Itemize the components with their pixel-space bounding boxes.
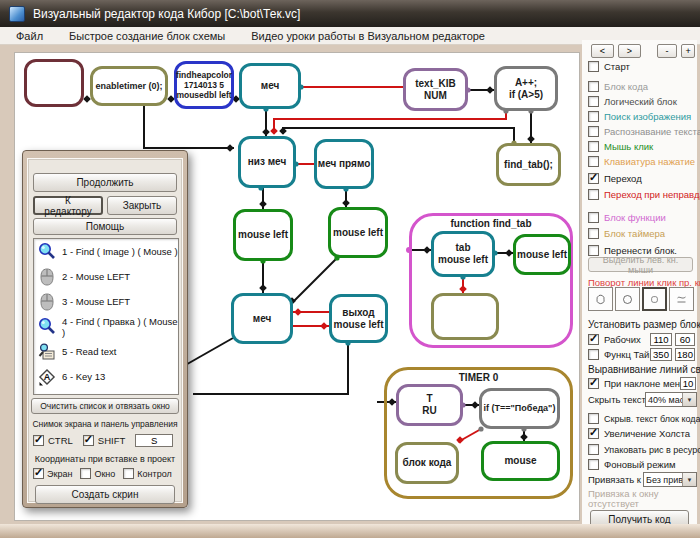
continue-button[interactable]: Продолжить bbox=[33, 173, 177, 192]
workers-checkbox[interactable] bbox=[588, 334, 599, 345]
line-style-button[interactable] bbox=[669, 287, 694, 311]
checkbox[interactable] bbox=[588, 173, 599, 184]
clear-list-button[interactable]: Очистить список и отвязать окно bbox=[31, 398, 179, 414]
coords-row: Экран Окно Контрол bbox=[33, 468, 172, 479]
hide-text-dropdown[interactable]: 40% масш bbox=[645, 392, 697, 407]
block-start[interactable] bbox=[24, 59, 84, 107]
hotkey-row: CTRL SHIFT bbox=[33, 434, 173, 447]
slope-input[interactable] bbox=[680, 377, 696, 390]
block-mouse[interactable]: mouse bbox=[481, 441, 560, 481]
chevron-down-icon[interactable] bbox=[682, 473, 696, 486]
option-image-search[interactable]: Поиск изображения bbox=[588, 110, 691, 123]
checkbox[interactable] bbox=[588, 189, 599, 200]
menu-video-lessons[interactable]: Видео уроки работы в Визуальном редактор… bbox=[251, 30, 485, 42]
shape-circle-button[interactable] bbox=[615, 287, 640, 311]
make-screenshot-button[interactable]: Создать скрин bbox=[35, 485, 175, 504]
checkbox[interactable] bbox=[588, 459, 599, 470]
curve-line-icon bbox=[676, 290, 687, 309]
block-tab-mouse-left[interactable]: tab mouse left bbox=[431, 231, 495, 277]
control-panel-window[interactable]: Продолжить К редактору Закрыть Помощь 1 … bbox=[22, 150, 188, 508]
checkbox[interactable] bbox=[588, 228, 599, 239]
hotkey-input[interactable] bbox=[135, 434, 173, 447]
zoom-canvas-option[interactable]: Увеличение Холста bbox=[588, 427, 690, 440]
option-timer-block[interactable]: Блок таймера bbox=[588, 227, 665, 240]
checkbox[interactable] bbox=[588, 212, 599, 223]
menu-quick-create[interactable]: Быстрое создание блок схемы bbox=[69, 30, 225, 42]
block-niz-mech[interactable]: низ меч bbox=[238, 136, 296, 188]
background-mode-option[interactable]: Фоновый режим bbox=[588, 458, 676, 471]
slope-checkbox[interactable] bbox=[588, 378, 599, 389]
block-mech-pryamo[interactable]: меч прямо bbox=[314, 139, 374, 189]
block-mech-top[interactable]: меч bbox=[239, 63, 301, 109]
screen-label: Экран bbox=[47, 469, 72, 479]
block-enabletimer[interactable]: enabletimer (0); bbox=[90, 66, 168, 106]
checkbox[interactable] bbox=[588, 126, 599, 137]
block-findheapcolor[interactable]: findheapcolor 1714013 5 mousedbl left bbox=[174, 61, 234, 109]
nav-prev-button[interactable]: < bbox=[591, 44, 614, 58]
checkbox[interactable] bbox=[588, 428, 599, 439]
list-item[interactable]: 3 - Mouse LEFT bbox=[34, 289, 178, 314]
list-item[interactable]: 4 - Find ( Правка ) ( Mouse ) bbox=[34, 314, 178, 339]
magnifier-icon bbox=[37, 242, 57, 262]
block-blok-koda[interactable]: блок кода bbox=[395, 442, 459, 484]
zoom-out-button[interactable]: - bbox=[657, 44, 677, 58]
shape-rounded-rect-button[interactable] bbox=[642, 287, 667, 311]
block-mouse-left-3[interactable]: mouse left bbox=[513, 234, 571, 275]
block-fn-empty[interactable] bbox=[431, 293, 499, 340]
workers-width-input[interactable] bbox=[650, 333, 672, 346]
window-checkbox[interactable] bbox=[80, 468, 91, 479]
pack-resource-option[interactable]: Упаковать рис в ресурс bbox=[588, 443, 700, 456]
list-item[interactable]: 5 - Read text bbox=[34, 339, 178, 364]
control-checkbox[interactable] bbox=[123, 468, 134, 479]
workers-height-input[interactable] bbox=[675, 333, 695, 346]
titlebar[interactable]: Визуальный редактор кода Кибор [C:\bot\Т… bbox=[0, 0, 700, 27]
close-button[interactable]: Закрыть bbox=[107, 196, 177, 215]
action-list[interactable]: 1 - Find ( Image ) ( Mouse ) 2 - Mouse L… bbox=[33, 238, 179, 395]
screenshot-section-label: Снимок экрана и панель управления bbox=[23, 419, 187, 429]
option-text-recognition[interactable]: Распознавание текста bbox=[588, 125, 700, 138]
screen-checkbox[interactable] bbox=[33, 468, 44, 479]
to-editor-button[interactable]: К редактору bbox=[33, 196, 103, 215]
zoom-in-button[interactable]: + bbox=[681, 44, 695, 58]
block-vyhod[interactable]: выход mouse left bbox=[329, 294, 388, 343]
block-text-kib[interactable]: text_KIB NUM bbox=[403, 68, 468, 111]
shift-checkbox[interactable] bbox=[83, 435, 94, 446]
nav-next-button[interactable]: > bbox=[618, 44, 641, 58]
list-item[interactable]: 2 - Mouse LEFT bbox=[34, 264, 178, 289]
shape-blob-button[interactable] bbox=[588, 287, 613, 311]
ctrl-checkbox[interactable] bbox=[33, 435, 44, 446]
checkbox[interactable] bbox=[588, 61, 599, 72]
option-start[interactable]: Старт bbox=[588, 60, 630, 73]
block-mouse-left-2[interactable]: mouse left bbox=[328, 207, 388, 258]
help-button[interactable]: Помощь bbox=[33, 218, 177, 235]
checkbox[interactable] bbox=[588, 444, 599, 455]
option-code-block[interactable]: Блок кода bbox=[588, 80, 648, 93]
checkbox[interactable] bbox=[588, 156, 599, 167]
option-function-block[interactable]: Блок функции bbox=[588, 211, 666, 224]
list-item[interactable]: 1 - Find ( Image ) ( Mouse ) bbox=[34, 239, 178, 264]
checkbox[interactable] bbox=[588, 81, 599, 92]
checkbox[interactable] bbox=[588, 96, 599, 107]
block-mouse-left-1[interactable]: mouse left bbox=[233, 209, 293, 261]
func-time-checkbox[interactable] bbox=[588, 349, 599, 360]
block-if-a[interactable]: A++; if (A>5) bbox=[494, 66, 558, 111]
func-height-input[interactable] bbox=[675, 348, 695, 361]
block-find-tab-call[interactable]: find_tab(); bbox=[496, 143, 561, 186]
option-logic-block[interactable]: Логический блок bbox=[588, 95, 677, 108]
option-keyboard[interactable]: Клавиатура нажатие bbox=[588, 155, 695, 168]
option-transition[interactable]: Переход bbox=[588, 172, 642, 185]
block-mech-2[interactable]: меч bbox=[231, 293, 293, 344]
option-transition-false[interactable]: Переход при неправда bbox=[588, 188, 700, 201]
checkbox[interactable] bbox=[588, 141, 599, 152]
list-item[interactable]: A 6 - Key 13 bbox=[34, 364, 178, 389]
func-width-input[interactable] bbox=[650, 348, 672, 361]
option-mouse-click[interactable]: Мышь клик bbox=[588, 140, 653, 153]
bind-to-dropdown[interactable]: Без привя bbox=[643, 472, 697, 487]
checkbox[interactable] bbox=[588, 111, 599, 122]
chevron-down-icon[interactable] bbox=[682, 393, 696, 406]
block-t-ru[interactable]: T RU bbox=[396, 384, 463, 426]
checkbox[interactable] bbox=[588, 413, 599, 424]
menu-file[interactable]: Файл bbox=[16, 30, 43, 42]
hide-code-text-option[interactable]: Скрыв. текст блок кода bbox=[588, 412, 700, 425]
block-if-t[interactable]: if (T=="Победа") bbox=[479, 388, 560, 429]
